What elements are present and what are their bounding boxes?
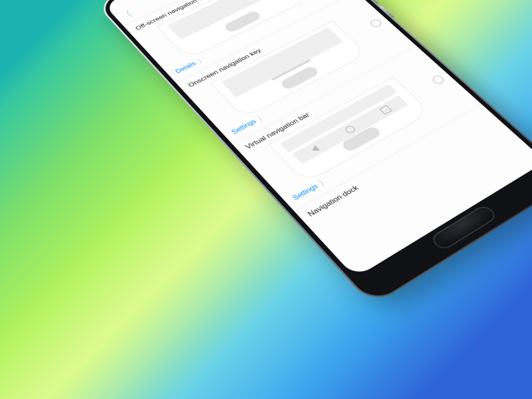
phone-mockup: N 1:12 〈 System navigation <box>95 0 532 306</box>
chevron-right-icon: 〉 <box>317 178 328 187</box>
chevron-right-icon: 〉 <box>256 113 266 121</box>
radio-unselected[interactable] <box>368 18 383 28</box>
phone-screen: N 1:12 〈 System navigation <box>104 0 532 278</box>
chevron-right-icon: 〉 <box>196 56 205 64</box>
nav-home-icon <box>344 125 357 135</box>
settings-list[interactable]: Off-screen navigation button Details 〉 <box>124 0 532 278</box>
radio-unselected[interactable] <box>430 74 446 85</box>
nav-recent-icon <box>379 105 392 115</box>
chevron-left-icon: 〈 <box>121 10 134 20</box>
back-button[interactable]: 〈 <box>117 7 138 23</box>
nav-back-icon <box>309 145 320 153</box>
scene: N 1:12 〈 System navigation <box>0 0 532 399</box>
